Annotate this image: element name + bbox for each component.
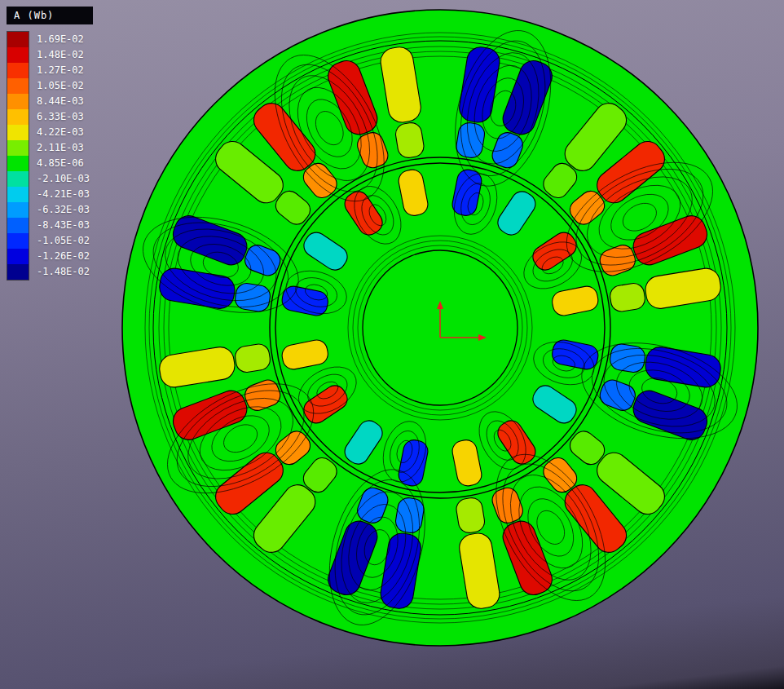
legend-value: -1.26E-02	[37, 249, 90, 264]
legend-value: 1.48E-02	[37, 47, 90, 63]
viewport[interactable]: A (Wb) 1.69E-021.48E-021.27E-021.05E-028…	[0, 0, 784, 689]
legend-swatch	[7, 78, 29, 94]
legend-value: 4.22E-03	[37, 125, 90, 140]
legend-swatch	[7, 171, 29, 187]
legend-value: 2.11E-03	[37, 140, 90, 156]
legend-swatch	[7, 63, 29, 78]
legend-title: A (Wb)	[7, 7, 93, 24]
legend-swatch	[7, 187, 29, 202]
legend: A (Wb) 1.69E-021.48E-021.27E-021.05E-028…	[7, 7, 93, 280]
legend-swatch	[7, 249, 29, 264]
legend-bar	[7, 31, 29, 280]
legend-swatch	[7, 140, 29, 156]
legend-value: 1.05E-02	[37, 78, 90, 94]
legend-swatch	[7, 109, 29, 125]
legend-value: -1.05E-02	[37, 233, 90, 249]
legend-swatch	[7, 47, 29, 63]
legend-value: 4.85E-06	[37, 156, 90, 171]
legend-value: 1.27E-02	[37, 63, 90, 78]
legend-value: -2.10E-03	[37, 171, 90, 187]
legend-swatch	[7, 202, 29, 218]
legend-swatch	[7, 156, 29, 171]
legend-value: 6.33E-03	[37, 109, 90, 125]
legend-value: -8.43E-03	[37, 218, 90, 233]
field-plot	[0, 0, 784, 689]
legend-swatch	[7, 125, 29, 140]
legend-swatch	[7, 218, 29, 233]
legend-value: -4.21E-03	[37, 187, 90, 202]
legend-swatch	[7, 32, 29, 47]
legend-swatch	[7, 94, 29, 109]
legend-swatch	[7, 264, 29, 280]
legend-value: 8.44E-03	[37, 94, 90, 109]
legend-swatch	[7, 233, 29, 249]
legend-value: -1.48E-02	[37, 264, 90, 280]
legend-value: -6.32E-03	[37, 202, 90, 218]
legend-value: 1.69E-02	[37, 32, 90, 47]
legend-body: 1.69E-021.48E-021.27E-021.05E-028.44E-03…	[7, 31, 93, 280]
legend-labels: 1.69E-021.48E-021.27E-021.05E-028.44E-03…	[37, 31, 90, 280]
